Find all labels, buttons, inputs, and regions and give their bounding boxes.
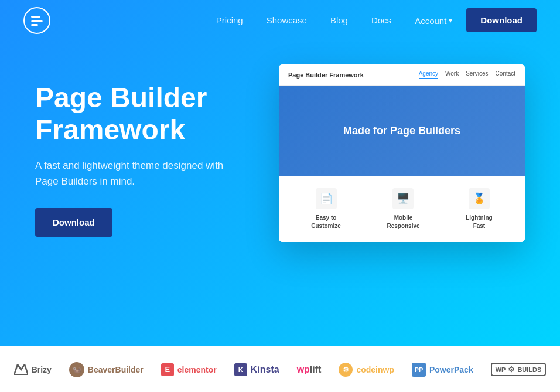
beaverbuilder-label: BeaverBuilder [88,365,144,374]
kinsta-label: Kinsta [251,364,279,375]
screenshot-feature-responsive: 🖥️ MobileResponsive [387,188,419,230]
screenshot-brand: Page Builder Framework [288,71,364,79]
responsive-icon: 🖥️ [392,188,414,209]
nav-item-docs[interactable]: Docs [362,15,401,26]
nav-links: Pricing Showcase Blog Docs Account Downl… [207,11,537,30]
screenshot-nav-contact: Contact [496,70,515,79]
hero-description: A fast and lightweight theme designed wi… [35,158,234,189]
partner-wpbuilds: WP ⚙ BUILDS [491,363,547,376]
beaverbuilder-icon: 🦦 [69,362,84,377]
screenshot-frame: Page Builder Framework Agency Work Servi… [279,64,525,242]
powerpack-label: PowerPack [429,365,473,374]
nav-item-showcase[interactable]: Showcase [257,15,316,26]
wplift-label: wplift [297,364,322,375]
partner-wplift: wplift [297,364,322,375]
brizy-icon [14,364,28,375]
wpbuilds-gear-icon: ⚙ [508,365,515,374]
wpbuilds-label: WP [496,366,506,373]
fast-label: LightningFast [466,214,493,230]
codeinwp-icon: ⚙ [339,363,353,377]
fast-icon: 🏅 [469,188,490,209]
nav-item-pricing[interactable]: Pricing [207,15,252,26]
svg-marker-0 [14,364,28,375]
wpbuilds-logo: WP ⚙ BUILDS [491,363,547,376]
customize-icon: 📄 [316,188,337,209]
elementor-label: elementor [177,365,217,374]
screenshot-hero-banner: Made for Page Builders [279,86,525,176]
nav-item-account[interactable]: Account [405,11,462,30]
hero-section: Pricing Showcase Blog Docs Account Downl… [0,0,560,346]
wpbuilds-text: BUILDS [517,366,541,373]
partner-beaverbuilder: 🦦 BeaverBuilder [69,362,144,377]
hero-title: Page Builder Framework [35,81,255,146]
partner-codeinwp: ⚙ codeinwp [339,363,394,377]
customize-label: Easy toCustomize [311,214,341,230]
hero-download-button[interactable]: Download [35,208,112,237]
screenshot-nav-services: Services [466,70,488,79]
screenshot-nav-links: Agency Work Services Contact [419,70,515,79]
screenshot-feature-customize: 📄 Easy toCustomize [311,188,341,230]
screenshot-nav-agency: Agency [419,70,438,79]
partner-elementor: E elementor [161,363,217,376]
partner-brizy: Brizy [14,364,52,375]
responsive-label: MobileResponsive [387,214,419,230]
partner-powerpack: PP PowerPack [412,363,473,377]
brizy-label: Brizy [32,365,52,374]
partners-bar: Brizy 🦦 BeaverBuilder E elementor K Kins… [0,346,560,392]
kinsta-icon: K [234,363,247,376]
powerpack-icon: PP [412,363,426,377]
screenshot-hero-text: Made for Page Builders [343,125,460,137]
navbar: Pricing Showcase Blog Docs Account Downl… [0,0,560,41]
screenshot-feature-fast: 🏅 LightningFast [466,188,493,230]
logo[interactable] [23,7,50,34]
screenshot-navbar: Page Builder Framework Agency Work Servi… [279,64,525,86]
screenshot-features: 📄 Easy toCustomize 🖥️ MobileResponsive 🏅… [279,176,525,242]
elementor-icon: E [161,363,174,376]
hero-screenshot: Page Builder Framework Agency Work Servi… [279,64,525,242]
codeinwp-label: codeinwp [356,365,394,374]
hero-text: Page Builder Framework A fast and lightw… [35,70,255,237]
partner-kinsta: K Kinsta [234,363,279,376]
nav-item-blog[interactable]: Blog [321,15,357,26]
nav-download-button[interactable]: Download [466,15,537,26]
screenshot-nav-work: Work [445,70,459,79]
hero-content: Page Builder Framework A fast and lightw… [0,41,560,265]
